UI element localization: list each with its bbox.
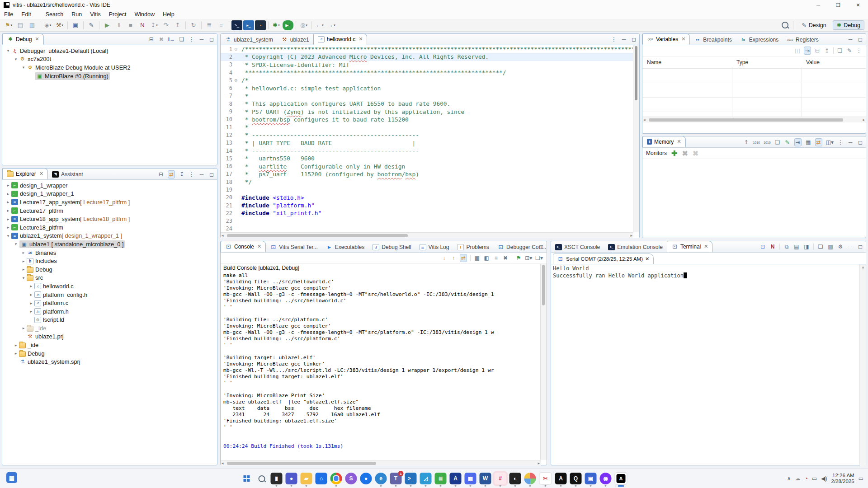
scroll-right-icon[interactable]: ▸ — [630, 233, 632, 238]
taskbar-teams[interactable]: T1 — [390, 473, 402, 484]
chevron-right-icon[interactable]: ▸ — [5, 183, 11, 188]
tab-memory[interactable]: ▮ Memory✕ — [642, 136, 686, 147]
tab-explorer[interactable]: Explorer✕ — [2, 168, 48, 179]
new-wizard-icon[interactable]: ⚑▾ — [3, 20, 14, 30]
taskbar-skype[interactable]: S — [345, 473, 357, 484]
collapse-all-icon[interactable]: ⊟ — [814, 47, 821, 54]
collapse-all-icon[interactable]: ⊟ — [158, 171, 164, 178]
external-tools-icon[interactable]: ◈▾ — [42, 20, 53, 30]
chevron-right-icon[interactable]: ▸ — [20, 267, 27, 272]
close-icon[interactable]: ✕ — [35, 36, 39, 42]
scroll-lock-icon[interactable]: ⧉ — [783, 243, 790, 250]
tab-vitis-serial-ter-[interactable]: ⊡Vitis Serial Ter... — [266, 242, 322, 252]
lock-icon[interactable]: ◨ — [803, 243, 810, 250]
fold-marker-icon[interactable]: ⊖ — [232, 46, 240, 52]
menu-search[interactable]: Search — [42, 10, 68, 19]
taskbar-notepadpp[interactable]: ≣ — [435, 473, 447, 484]
scroll-left-icon[interactable]: ◂ — [222, 233, 224, 238]
chevron-right-icon[interactable]: ▸ — [13, 351, 19, 356]
taskbar-recall[interactable]: ▮ — [271, 473, 283, 484]
show-type-names-icon[interactable]: ◫ — [794, 47, 801, 54]
menu-vitis[interactable]: Vitis — [86, 10, 104, 19]
tree-item-platform-config-h[interactable]: ▸.hplatform_config.h — [2, 291, 217, 299]
maximize-panel-icon[interactable]: ◻ — [857, 36, 863, 43]
console-vertical-scrollbar[interactable] — [540, 264, 547, 460]
chevron-right-icon[interactable]: ▸ — [5, 208, 11, 213]
new-tab-icon[interactable]: ❏ — [774, 139, 781, 146]
close-window-button[interactable]: ✕ — [848, 0, 868, 10]
export-icon[interactable]: ↥ — [743, 139, 749, 146]
tray-status-icon[interactable]: ◔ — [805, 475, 808, 482]
tree-item-src[interactable]: ▾src — [2, 274, 217, 282]
view-menu-icon[interactable]: ⋮ — [189, 171, 195, 178]
tab-terminal[interactable]: ⊡Terminal✕ — [667, 241, 713, 252]
volume-icon[interactable]: ◀) — [821, 475, 827, 482]
link-side-by-side-icon[interactable]: ⇥ — [794, 138, 802, 146]
open-console-icon[interactable]: ❏▾ — [535, 254, 543, 262]
column-header-name[interactable]: Name — [642, 59, 732, 66]
scroll-right-icon[interactable]: ▸ — [863, 117, 865, 122]
new-editor-icon[interactable]: ▣ — [70, 20, 81, 30]
tree-item-ublaze1-system[interactable]: ▾≡ublaze1_system [ design_1_wrapper_1 ] — [2, 232, 217, 240]
tab-variables[interactable]: (x)=Variables✕ — [642, 33, 690, 45]
chevron-right-icon[interactable]: ▸ — [5, 192, 11, 196]
taskbar-autocad[interactable]: A — [450, 473, 462, 484]
chevron-right-icon[interactable]: ▸ — [28, 309, 34, 314]
chevron-right-icon[interactable]: ▸ — [20, 259, 27, 263]
view-menu-icon[interactable]: ⋮ — [611, 36, 617, 43]
pin-icon[interactable]: ✎ — [784, 139, 791, 146]
tree-item-platform-c[interactable]: ▸.cplatform.c — [2, 299, 217, 307]
tab-breakpoints[interactable]: ●●Breakpoints — [690, 34, 736, 45]
view-menu-icon[interactable]: ⋮ — [189, 36, 195, 43]
chevron-down-icon[interactable]: ▾ — [5, 234, 11, 238]
mark-occurrences-icon[interactable]: ✎ — [86, 20, 97, 30]
tree-item-design-1-wrapper-1[interactable]: ▸⌐design_1_wrapper_1 — [2, 190, 217, 198]
save-all-icon[interactable]: ▥ — [27, 20, 38, 30]
menu-help[interactable]: Help — [159, 10, 179, 19]
restart-icon[interactable]: ↻ — [188, 20, 199, 30]
chevron-right-icon[interactable]: ▸ — [20, 326, 27, 330]
minimize-panel-icon[interactable]: ─ — [198, 36, 205, 43]
show-logical-structure-icon[interactable]: ⇥ — [804, 47, 811, 55]
taskbar-slack[interactable]: # — [495, 473, 506, 484]
terminate-icon[interactable]: ■ — [125, 20, 136, 30]
view-menu-icon[interactable]: ⋮ — [856, 47, 862, 54]
taskbar-search[interactable] — [256, 473, 268, 484]
open-new-view-icon[interactable]: ❏ — [179, 36, 185, 43]
onedrive-icon[interactable]: ☁ — [795, 475, 801, 482]
menu-window[interactable]: Window — [131, 10, 159, 19]
minimize-panel-icon[interactable]: ─ — [847, 36, 854, 43]
tree-item-lecture17-pltfrm[interactable]: ▸⌐Lecture17_pltfrm — [2, 206, 217, 215]
tree-item-microblaze-debug-module-at-user2[interactable]: ▾⚙MicroBlaze Debug Module at USER2 — [2, 63, 217, 72]
tree-item-design-1-wrapper[interactable]: ▸⌐design_1_wrapper — [2, 181, 217, 190]
menu-project[interactable]: Project — [105, 10, 131, 19]
taskbar-edge[interactable]: e — [375, 473, 387, 484]
code-editor[interactable]: 1⊖/*************************************… — [221, 45, 639, 238]
resume-icon[interactable]: ▶ — [102, 20, 113, 30]
maximize-panel-icon[interactable]: ◻ — [857, 243, 863, 250]
step-into-icon[interactable]: ↧▾ — [149, 20, 160, 30]
step-over-icon[interactable]: ↷ — [160, 20, 171, 30]
taskbar-powershell[interactable]: >_ — [405, 473, 417, 484]
tab-emulation-console[interactable]: >_Emulation Console — [604, 242, 667, 252]
close-icon[interactable]: ✕ — [257, 244, 261, 249]
menu-run[interactable]: Run — [67, 10, 86, 19]
scroll-left-icon[interactable]: ◂ — [643, 117, 646, 122]
tree-item-lecture18-pltfrm[interactable]: ▸⌐Lecture18_pltfrm — [2, 223, 217, 232]
variables-horizontal-scrollbar[interactable]: ◂ ▸ — [642, 117, 866, 122]
debug-launch-icon[interactable]: ✱▾ — [271, 20, 282, 30]
maximize-panel-icon[interactable]: ◻ — [631, 36, 637, 43]
edit-icon[interactable]: ✎ — [846, 47, 853, 54]
clear-console-icon[interactable]: ≡ — [493, 254, 499, 262]
tree-item-platform-h[interactable]: ▸.hplatform.h — [2, 307, 217, 316]
editor-horizontal-scrollbar[interactable]: ◂ ▸ — [221, 232, 633, 238]
show-whitespace-icon[interactable]: ≣ — [204, 20, 215, 30]
tree-item-xc7a200t[interactable]: ▾⚙xc7a200t — [2, 55, 217, 64]
taskbar-file-explorer[interactable]: ▰ — [301, 473, 312, 484]
export-icon[interactable]: ↥ — [824, 47, 830, 54]
back-nav-icon[interactable]: ←▾ — [314, 20, 325, 30]
table-view-icon[interactable]: ▦ — [805, 139, 811, 146]
editor-vertical-scrollbar[interactable] — [633, 45, 639, 232]
remove-all-monitors-icon[interactable]: ✖ — [693, 149, 698, 158]
tree-item-binaries[interactable]: ▸10Binaries — [2, 249, 217, 257]
